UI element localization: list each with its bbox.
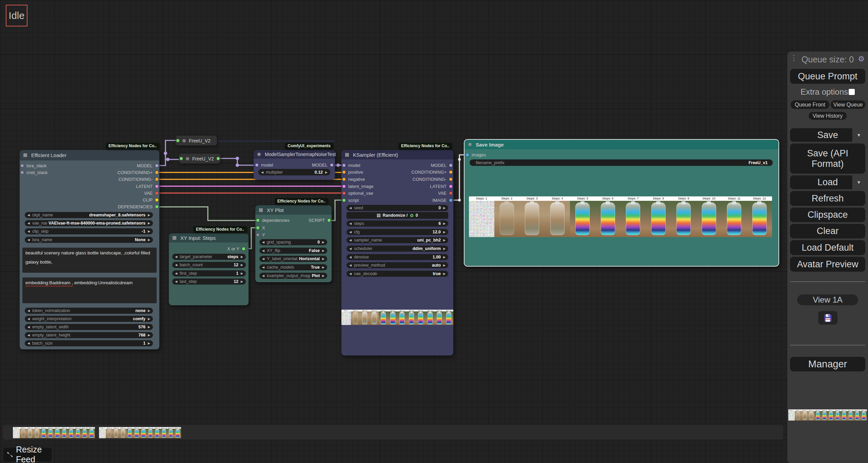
widget-combo[interactable]: ◀weight_interpretationcomfy▶	[25, 316, 153, 322]
decrement-arrow-icon[interactable]: ◀	[349, 222, 352, 225]
collapse-box-icon[interactable]	[173, 236, 176, 240]
node-freeu-v2-a[interactable]: FreeU_V2	[176, 136, 217, 146]
save-button[interactable]: Save ▼	[790, 128, 865, 142]
port-dot[interactable]	[449, 178, 452, 181]
extra-options-checkbox[interactable]	[849, 89, 855, 95]
save-api-format-button[interactable]: Save (API Format)	[790, 143, 865, 174]
port-dot[interactable]	[255, 163, 258, 167]
widget-combo[interactable]: ◀last_step12▶	[172, 278, 246, 285]
increment-arrow-icon[interactable]: ▶	[322, 266, 324, 269]
node-title-bar[interactable]: KSampler (Efficient)	[341, 150, 453, 159]
node-xy-input-steps[interactable]: Efficiency Nodes for Co.. XY Input: Step…	[169, 233, 249, 305]
avatar-preview-button[interactable]: Avatar Preview	[790, 257, 865, 272]
output-port[interactable]: IMAGE	[432, 197, 452, 204]
view-history-button[interactable]: View History	[809, 112, 847, 120]
widget-combo[interactable]: ◀target_parametersteps▶	[172, 254, 246, 260]
port-dot[interactable]	[256, 219, 259, 222]
increment-arrow-icon[interactable]: ▶	[443, 272, 446, 275]
node-xy-plot[interactable]: Efficiency Nodes for Co.. XY Plot depend…	[255, 205, 332, 282]
port-dot[interactable]	[155, 171, 158, 174]
view-1a-button[interactable]: View 1A	[797, 294, 858, 305]
increment-arrow-icon[interactable]: ▶	[148, 230, 150, 233]
widget-combo[interactable]: ◀vae_nameVAE\vae-ft-mse-840000-ema-prune…	[25, 220, 153, 226]
decrement-arrow-icon[interactable]: ◀	[27, 325, 30, 329]
output-port[interactable]: MODEL	[137, 162, 158, 169]
increment-arrow-icon[interactable]: ▶	[322, 249, 324, 252]
port-dot[interactable]	[217, 157, 220, 160]
increment-arrow-icon[interactable]: ▶	[322, 274, 324, 277]
collapse-box-icon[interactable]	[259, 208, 263, 212]
output-port[interactable]: LATENT	[136, 183, 158, 190]
feed-thumbnail-1[interactable]: Steps: 1Steps: 2Steps: 3Steps: 4Steps: 5…	[13, 427, 95, 438]
widget-combo[interactable]: ◀ksampler_output_imagePlot▶	[259, 273, 327, 279]
widget-combo[interactable]: ◀batch_size1▶	[25, 340, 153, 346]
increment-arrow-icon[interactable]: ▶	[443, 206, 446, 210]
input-port[interactable]: model	[255, 161, 273, 168]
increment-arrow-icon[interactable]: ▶	[322, 257, 324, 261]
port-dot[interactable]	[155, 178, 158, 181]
decrement-arrow-icon[interactable]: ◀	[349, 238, 352, 242]
port-dot[interactable]	[242, 247, 245, 250]
increment-arrow-icon[interactable]: ▶	[241, 280, 243, 283]
port-dot[interactable]	[342, 164, 346, 167]
widget-combo[interactable]: ◀token_normalizationnone▶	[25, 308, 153, 314]
decrement-arrow-icon[interactable]: ◀	[349, 206, 352, 210]
collapse-box-icon[interactable]	[23, 153, 27, 157]
output-port[interactable]: CONDITIONING-	[413, 176, 452, 183]
decrement-arrow-icon[interactable]: ◀	[349, 247, 352, 250]
increment-arrow-icon[interactable]: ▶	[148, 342, 150, 345]
widget-combo[interactable]: ◀multiplier0.12▶	[258, 169, 330, 175]
input-port[interactable]: dependencies	[256, 217, 290, 224]
clipspace-button[interactable]: Clipspace	[790, 208, 865, 222]
input-port[interactable]: optional_vae	[342, 190, 373, 197]
output-port[interactable]: DEPENDENCIES	[118, 204, 158, 210]
port-dot[interactable]	[155, 192, 158, 195]
seed-widget[interactable]: ◀ seed 0 ▶	[347, 205, 448, 211]
output-port[interactable]: SCRIPT	[309, 217, 331, 224]
port-dot[interactable]	[155, 205, 158, 208]
port-dot[interactable]	[449, 171, 452, 174]
increment-arrow-icon[interactable]: ▶	[148, 221, 150, 225]
increment-arrow-icon[interactable]: ▶	[148, 333, 150, 337]
node-title-bar[interactable]: Save Image	[465, 140, 778, 149]
input-port[interactable]: latent_image	[342, 183, 373, 190]
decrement-arrow-icon[interactable]: ◀	[261, 171, 263, 174]
widget-combo[interactable]: ◀clip_skip-1▶	[25, 228, 153, 234]
node-title-bar[interactable]: XY Input: Steps	[169, 233, 249, 243]
increment-arrow-icon[interactable]: ▶	[443, 247, 446, 250]
node-efficient-loader[interactable]: Efficiency Nodes for Co.. Efficient Load…	[20, 150, 159, 349]
decrement-arrow-icon[interactable]: ◀	[349, 230, 352, 234]
port-dot[interactable]	[155, 164, 158, 167]
node-ksampler-efficient[interactable]: Efficiency Nodes for Co.. KSampler (Effi…	[341, 150, 453, 355]
increment-arrow-icon[interactable]: ▶	[148, 213, 150, 217]
widget-combo[interactable]: ◀cache_modelsTrue▶	[259, 264, 327, 270]
node-save-image[interactable]: Save Image images filename_prefix FreeU_…	[464, 139, 779, 267]
output-port[interactable]: CONDITIONING+	[117, 169, 158, 176]
resize-feed-button[interactable]: ↖ ↘ Resize Feed	[3, 448, 52, 461]
input-port[interactable]: X	[256, 224, 290, 232]
port-dot[interactable]	[256, 233, 259, 236]
decrement-arrow-icon[interactable]: ◀	[175, 280, 177, 283]
decrement-arrow-icon[interactable]: ◀	[27, 221, 30, 225]
widget-combo[interactable]: ◀sampler_nameuni_pc_bh2▶	[347, 237, 448, 243]
node-freeu-v2-b[interactable]: FreeU_V2	[179, 154, 220, 163]
port-dot[interactable]	[342, 192, 346, 195]
port-dot[interactable]	[176, 139, 179, 142]
increment-arrow-icon[interactable]: ▶	[148, 317, 150, 321]
port-dot[interactable]	[21, 164, 24, 167]
port-dot[interactable]	[449, 164, 452, 167]
load-default-button[interactable]: Load Default	[790, 240, 865, 255]
filename-prefix-widget[interactable]: filename_prefix FreeU_v1	[470, 159, 773, 166]
output-port[interactable]: LATENT	[430, 183, 452, 190]
increment-arrow-icon[interactable]: ▶	[443, 222, 446, 225]
widget-combo[interactable]: ◀batch_count12▶	[172, 262, 246, 268]
load-button[interactable]: Load ▼	[790, 175, 865, 189]
save-preview-button[interactable]	[818, 311, 837, 325]
increment-arrow-icon[interactable]: ▶	[148, 325, 150, 329]
manager-button[interactable]: Manager	[790, 357, 865, 371]
input-port[interactable]: lora_stack	[21, 162, 47, 169]
decrement-arrow-icon[interactable]: ◀	[27, 317, 30, 321]
feed-thumbnail-2[interactable]: Steps: 1Steps: 2Steps: 3Steps: 4Steps: 5…	[99, 427, 181, 438]
decrement-arrow-icon[interactable]: ◀	[27, 238, 30, 242]
output-port[interactable]: VAE	[144, 190, 158, 196]
